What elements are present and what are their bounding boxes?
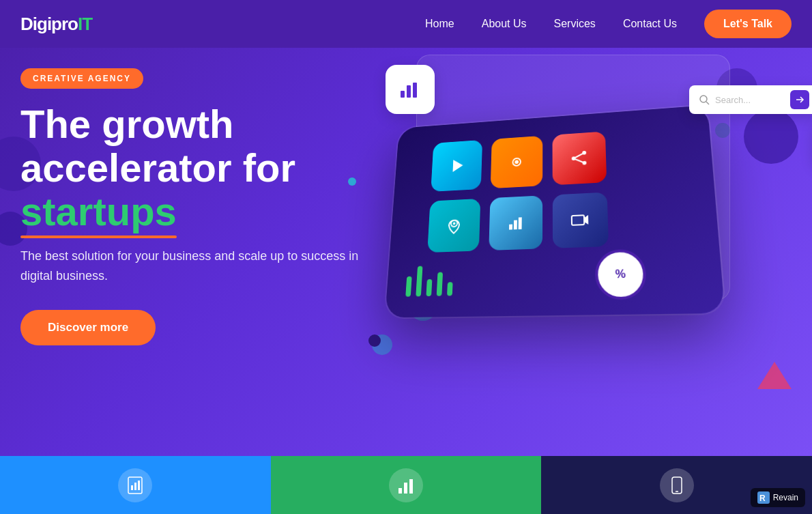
bottom-card-chart-icon	[389, 468, 423, 502]
revain-logo-icon: R	[757, 491, 770, 504]
navbar: DigiproIT Home About Us Services Contact…	[0, 0, 812, 48]
nav-home[interactable]: Home	[425, 18, 454, 30]
hero-subtitle: The best solution for your business and …	[20, 246, 375, 286]
bottom-cards-section	[0, 456, 812, 514]
svg-point-9	[453, 222, 456, 225]
lets-talk-button[interactable]: Let's Talk	[704, 10, 792, 38]
svg-line-16	[706, 102, 709, 104]
bar-1	[405, 276, 411, 297]
search-float-card: Search...	[689, 85, 812, 114]
svg-rect-20	[413, 83, 417, 98]
svg-rect-30	[134, 483, 136, 490]
app-icon-share	[552, 131, 607, 185]
app-icon-play	[431, 140, 482, 192]
hero-accent-word: startups	[20, 190, 177, 233]
percent-indicator: %	[594, 248, 647, 300]
app-icon-location	[427, 199, 480, 253]
bar-5	[447, 282, 453, 296]
bottom-card-analytics-icon	[118, 468, 152, 502]
svg-point-15	[700, 96, 707, 102]
bar-icon	[396, 476, 416, 495]
bar-3	[426, 279, 432, 296]
svg-rect-29	[131, 485, 133, 490]
revain-badge: R Revain	[751, 488, 805, 507]
bottom-card-chart	[271, 456, 542, 514]
svg-rect-10	[509, 225, 512, 230]
logo-text: Digipro	[20, 14, 78, 34]
svg-text:R: R	[759, 494, 766, 503]
svg-line-7	[574, 158, 585, 163]
svg-point-2	[514, 160, 519, 164]
chart-bars	[405, 265, 453, 296]
revain-label: Revain	[773, 493, 798, 502]
bar-chart-float-card	[386, 65, 435, 114]
svg-rect-31	[138, 481, 140, 490]
svg-rect-32	[398, 488, 402, 494]
svg-rect-19	[407, 85, 411, 98]
search-placeholder: Search...	[715, 95, 751, 105]
bar-2	[416, 266, 422, 297]
svg-rect-12	[519, 217, 522, 229]
svg-rect-34	[409, 479, 413, 494]
hero-section: CREATIVE AGENCY The growth accelerator f…	[0, 0, 812, 457]
bottom-card-analytics	[0, 456, 271, 514]
svg-line-6	[574, 153, 585, 158]
search-icon	[699, 94, 710, 105]
nav-links: Home About Us Services Contact Us Let's …	[425, 10, 792, 38]
nav-about[interactable]: About Us	[482, 18, 527, 30]
hero-title: The growth accelerator for startups	[20, 102, 375, 233]
logo[interactable]: DigiproIT	[20, 14, 92, 35]
bottom-card-mobile-icon	[660, 468, 694, 502]
nav-services[interactable]: Services	[554, 18, 596, 30]
hero-content: CREATIVE AGENCY The growth accelerator f…	[20, 68, 375, 345]
svg-marker-0	[452, 159, 463, 172]
search-submit[interactable]	[790, 90, 809, 109]
hero-badge: CREATIVE AGENCY	[20, 68, 143, 89]
document-chart-icon	[126, 476, 145, 495]
nav-contact[interactable]: Contact Us	[623, 18, 677, 30]
search-arrow-icon	[795, 95, 804, 104]
bar-4	[437, 272, 443, 296]
svg-rect-33	[404, 483, 407, 494]
app-icon-video	[553, 192, 609, 248]
svg-rect-13	[572, 215, 584, 225]
discover-more-button[interactable]: Discover more	[20, 310, 156, 345]
logo-accent: IT	[78, 14, 92, 34]
mobile-icon	[667, 476, 686, 495]
app-icon-chart	[489, 195, 542, 251]
bar-chart-icon	[398, 77, 422, 102]
app-icons-grid	[427, 131, 609, 253]
phone-device: %	[385, 105, 725, 317]
svg-rect-18	[401, 91, 405, 98]
app-icon-settings	[491, 136, 542, 188]
hero-illustration: % Search...	[362, 55, 812, 437]
svg-rect-11	[514, 220, 517, 229]
